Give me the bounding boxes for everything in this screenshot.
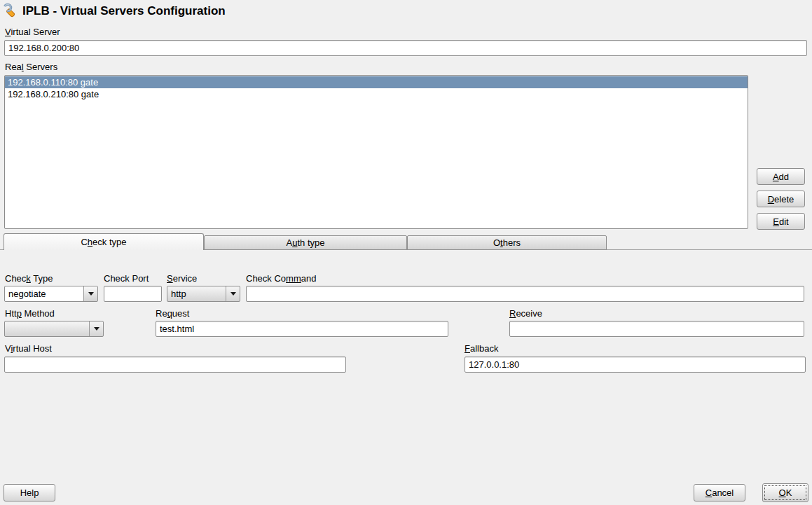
iplb-virtual-servers-dialog: IPLB - Virtual Servers Configuration Vir… — [0, 0, 812, 505]
fallback-input[interactable] — [465, 357, 806, 373]
request-input[interactable] — [156, 321, 448, 337]
service-value: http — [167, 286, 226, 301]
real-servers-list[interactable]: 192.168.0.110:80 gate 192.168.0.210:80 g… — [4, 75, 748, 229]
http-method-select[interactable] — [4, 321, 104, 337]
chevron-down-icon[interactable] — [226, 286, 240, 301]
check-type-label: Check Type — [5, 273, 53, 284]
check-type-value: negotiate — [5, 286, 83, 301]
wrench-icon — [3, 3, 20, 20]
http-method-value — [5, 321, 89, 336]
fallback-label: Fallback — [465, 343, 498, 354]
service-label: Service — [167, 273, 197, 284]
help-button[interactable]: Help — [4, 484, 55, 501]
service-select[interactable]: http — [167, 286, 240, 302]
receive-label: Receive — [509, 308, 542, 319]
chevron-down-icon[interactable] — [83, 286, 97, 301]
check-port-input[interactable] — [104, 286, 162, 302]
http-method-label: Http Method — [5, 308, 55, 319]
cancel-button[interactable]: Cancel — [694, 484, 745, 501]
chevron-down-icon[interactable] — [89, 321, 103, 336]
ok-button[interactable]: OK — [762, 483, 808, 502]
check-type-select[interactable]: negotiate — [4, 286, 98, 302]
page-title: IPLB - Virtual Servers Configuration — [22, 4, 226, 18]
virtual-host-input[interactable] — [4, 357, 346, 373]
list-item[interactable]: 192.168.0.210:80 gate — [5, 88, 748, 100]
virtual-server-label: Virtual Server — [5, 27, 60, 37]
check-command-label: Check Command — [246, 273, 316, 284]
virtual-host-label: Virtual Host — [5, 343, 52, 354]
request-label: Request — [156, 308, 189, 319]
delete-button[interactable]: Delete — [757, 191, 805, 207]
edit-button[interactable]: Edit — [757, 213, 805, 230]
tab-others[interactable]: Others — [407, 235, 607, 250]
check-port-label: Check Port — [104, 273, 149, 284]
add-button[interactable]: Add — [757, 168, 805, 185]
real-servers-label: Real Servers — [5, 62, 57, 72]
tab-auth-type[interactable]: Auth type — [204, 235, 407, 250]
check-command-input[interactable] — [246, 286, 804, 302]
virtual-server-input[interactable] — [4, 40, 807, 56]
list-item[interactable]: 192.168.0.110:80 gate — [5, 76, 748, 88]
tab-check-type[interactable]: Check type — [4, 233, 204, 250]
receive-input[interactable] — [509, 321, 804, 337]
